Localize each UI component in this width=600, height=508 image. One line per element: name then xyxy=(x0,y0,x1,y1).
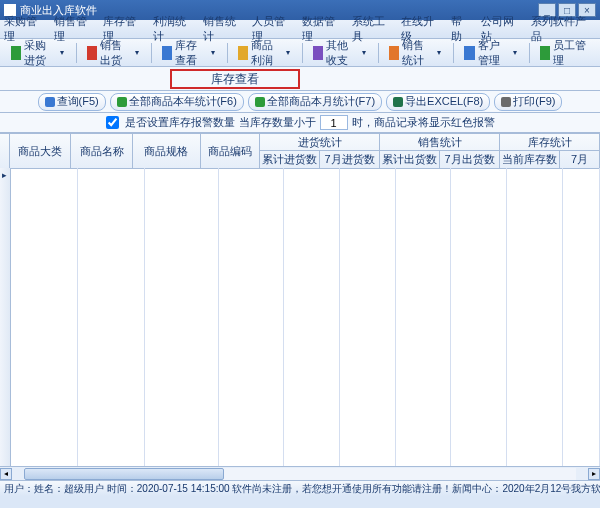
col-group-stock[interactable]: 库存统计 xyxy=(500,134,600,151)
alarm-suffix: 时，商品记录将显示红色报警 xyxy=(352,115,495,130)
toolbar-stats[interactable]: 销售统计▾ xyxy=(382,42,449,64)
grid-header: 商品大类 商品名称 商品规格 商品编码 进货统计 累计进货数 7月进货数 销售统… xyxy=(0,133,600,169)
other-icon xyxy=(313,46,323,60)
filterbar: 查询(F5) 全部商品本年统计(F6) 全部商品本月统计(F7) 导出EXCEL… xyxy=(0,91,600,113)
menu-item[interactable]: 销售统计 xyxy=(203,14,243,44)
print-icon xyxy=(501,97,511,107)
year-stats-button[interactable]: 全部商品本年统计(F6) xyxy=(110,93,244,111)
sales-icon xyxy=(87,46,97,60)
purchase-icon xyxy=(11,46,21,60)
scroll-left-icon[interactable]: ◂ xyxy=(0,468,12,480)
stats-icon xyxy=(389,46,399,60)
col-group-in[interactable]: 进货统计 xyxy=(260,134,380,151)
customer-icon xyxy=(464,46,474,60)
query-button[interactable]: 查询(F5) xyxy=(38,93,106,111)
col-out-total[interactable]: 累计出货数 xyxy=(380,151,440,168)
col-category[interactable]: 商品大类 xyxy=(10,134,71,168)
col-name[interactable]: 商品名称 xyxy=(71,134,132,168)
col-group-out[interactable]: 销售统计 xyxy=(380,134,500,151)
toolbar-purchase[interactable]: 采购进货▾ xyxy=(4,42,71,64)
toolbar-other[interactable]: 其他收支▾ xyxy=(306,42,373,64)
toolbar-profit[interactable]: 商品利润▾ xyxy=(231,42,298,64)
horizontal-scrollbar[interactable]: ◂ ▸ xyxy=(0,466,600,480)
alarm-prefix: 当库存数量小于 xyxy=(239,115,316,130)
data-grid: 商品大类 商品名称 商品规格 商品编码 进货统计 累计进货数 7月进货数 销售统… xyxy=(0,133,600,480)
col-stock-month[interactable]: 7月 xyxy=(560,151,600,168)
alarm-checkbox[interactable] xyxy=(106,116,119,129)
print-button[interactable]: 打印(F9) xyxy=(494,93,562,111)
check-icon xyxy=(117,97,127,107)
menu-item[interactable]: 销售管理 xyxy=(54,14,94,44)
scroll-right-icon[interactable]: ▸ xyxy=(588,468,600,480)
alarm-threshold-input[interactable] xyxy=(320,115,348,130)
menu-item[interactable]: 帮助 xyxy=(451,14,471,44)
col-out-month[interactable]: 7月出货数 xyxy=(440,151,500,168)
row-header[interactable] xyxy=(0,168,11,466)
toolbar-staff[interactable]: 员工管理 xyxy=(533,42,594,64)
col-code[interactable]: 商品编码 xyxy=(201,134,260,168)
toolbar: 采购进货▾ 销售出货▾ 库存查看▾ 商品利润▾ 其他收支▾ 销售统计▾ 客户管理… xyxy=(0,39,600,67)
scroll-thumb[interactable] xyxy=(24,468,224,480)
menubar: 采购管理 销售管理 库存管理 利润统计 销售统计 人员管理 数据管理 系统工具 … xyxy=(0,20,600,39)
check-icon xyxy=(255,97,265,107)
col-in-month[interactable]: 7月进货数 xyxy=(320,151,380,168)
excel-icon xyxy=(393,97,403,107)
toolbar-inventory[interactable]: 库存查看▾ xyxy=(155,42,222,64)
toolbar-customer[interactable]: 客户管理▾ xyxy=(457,42,524,64)
tabbar: 库存查看 xyxy=(0,67,600,91)
grid-body[interactable] xyxy=(0,168,600,466)
toolbar-sales[interactable]: 销售出货▾ xyxy=(80,42,147,64)
statusbar-bottom xyxy=(0,496,600,508)
staff-icon xyxy=(540,46,551,60)
option-bar: 是否设置库存报警数量 当库存数量小于 时，商品记录将显示红色报警 xyxy=(0,113,600,133)
col-in-total[interactable]: 累计进货数 xyxy=(260,151,320,168)
active-tab-highlight[interactable]: 库存查看 xyxy=(170,69,300,89)
alarm-label: 是否设置库存报警数量 xyxy=(125,115,235,130)
month-stats-button[interactable]: 全部商品本月统计(F7) xyxy=(248,93,382,111)
inventory-icon xyxy=(162,46,172,60)
export-button[interactable]: 导出EXCEL(F8) xyxy=(386,93,490,111)
col-stock-current[interactable]: 当前库存数 xyxy=(500,151,560,168)
profit-icon xyxy=(238,46,248,60)
col-spec[interactable]: 商品规格 xyxy=(133,134,201,168)
statusbar: 用户：姓名：超级用户 时间：2020-07-15 14:15:00 软件尚未注册… xyxy=(0,480,600,496)
search-icon xyxy=(45,97,55,107)
